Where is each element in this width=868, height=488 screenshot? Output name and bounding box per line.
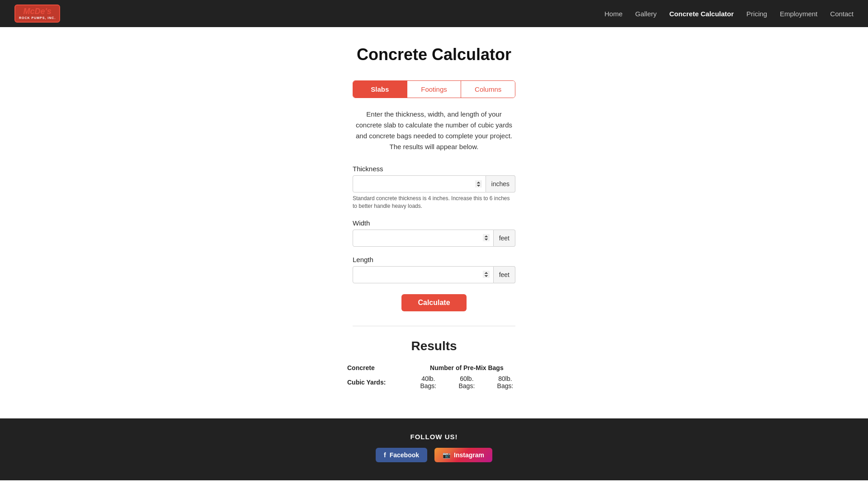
logo: McDe's ROCK PUMPS, INC. xyxy=(14,5,60,22)
social-links: f Facebook 📷 Instagram xyxy=(9,448,859,462)
navbar: McDe's ROCK PUMPS, INC. Home Gallery Con… xyxy=(0,0,868,27)
bag-80lb-col: 80lb. Bags: xyxy=(486,373,524,391)
description-text: Enter the thickness, width, and length o… xyxy=(353,109,515,152)
logo-name: McDe's xyxy=(24,7,52,16)
tab-columns[interactable]: Columns xyxy=(461,81,515,98)
nav-concrete-calculator[interactable]: Concrete Calculator xyxy=(670,10,734,18)
logo-box: McDe's ROCK PUMPS, INC. xyxy=(14,5,60,22)
length-input[interactable] xyxy=(353,266,494,283)
col-header-concrete: Concrete xyxy=(344,362,409,373)
thickness-label: Thickness xyxy=(353,165,515,173)
nav-employment[interactable]: Employment xyxy=(780,10,817,18)
thickness-field-group: Thickness inches Standard concrete thick… xyxy=(353,165,515,210)
instagram-link[interactable]: 📷 Instagram xyxy=(434,448,492,462)
page-title: Concrete Calculator xyxy=(240,45,628,64)
thickness-hint: Standard concrete thickness is 4 inches.… xyxy=(353,195,515,210)
calculator-tabs: Slabs Footings Columns xyxy=(353,80,515,98)
results-divider xyxy=(353,326,515,326)
length-unit: feet xyxy=(494,266,515,283)
bag-60lb-col: 60lb. Bags: xyxy=(448,373,486,391)
main-content: Concrete Calculator Slabs Footings Colum… xyxy=(231,27,637,418)
facebook-label: Facebook xyxy=(390,451,419,459)
length-input-row: feet xyxy=(353,266,515,283)
cubic-yards-label: Cubic Yards: xyxy=(344,373,409,391)
calculator-form: Thickness inches Standard concrete thick… xyxy=(353,165,515,283)
calculate-button[interactable]: Calculate xyxy=(401,294,466,311)
nav-contact[interactable]: Contact xyxy=(830,10,854,18)
thickness-input[interactable] xyxy=(353,175,486,192)
bag-40lb-bags: Bags: xyxy=(413,382,444,389)
bag-60lb-bags: Bags: xyxy=(451,382,482,389)
calculate-button-wrap: Calculate xyxy=(240,294,628,311)
width-field-group: Width feet xyxy=(353,219,515,247)
nav-pricing[interactable]: Pricing xyxy=(746,10,767,18)
bag-60lb-label: 60lb. xyxy=(451,375,482,382)
logo-subtitle: ROCK PUMPS, INC. xyxy=(19,16,56,20)
results-row: Cubic Yards: 40lb. Bags: 60lb. Bags: 80l… xyxy=(344,373,524,391)
width-input[interactable] xyxy=(353,230,494,247)
length-field-group: Length feet xyxy=(353,256,515,283)
width-input-row: feet xyxy=(353,230,515,247)
results-section: Results Concrete Number of Pre-Mix Bags … xyxy=(344,339,524,391)
width-label: Width xyxy=(353,219,515,227)
facebook-link[interactable]: f Facebook xyxy=(376,448,427,462)
length-label: Length xyxy=(353,256,515,263)
tab-footings[interactable]: Footings xyxy=(407,81,462,98)
nav-gallery[interactable]: Gallery xyxy=(635,10,657,18)
bag-80lb-label: 80lb. xyxy=(490,375,521,382)
thickness-input-row: inches xyxy=(353,175,515,192)
tab-slabs[interactable]: Slabs xyxy=(353,81,407,98)
thickness-unit: inches xyxy=(486,175,515,192)
instagram-label: Instagram xyxy=(454,451,484,459)
nav-home[interactable]: Home xyxy=(604,10,623,18)
results-table: Concrete Number of Pre-Mix Bags Cubic Ya… xyxy=(344,362,524,391)
instagram-icon: 📷 xyxy=(443,451,450,459)
facebook-icon: f xyxy=(384,451,386,459)
bag-40lb-col: 40lb. Bags: xyxy=(409,373,448,391)
results-title: Results xyxy=(344,339,524,353)
bag-40lb-label: 40lb. xyxy=(413,375,444,382)
nav-links: Home Gallery Concrete Calculator Pricing… xyxy=(604,10,854,18)
width-unit: feet xyxy=(494,230,515,247)
bag-80lb-bags: Bags: xyxy=(490,382,521,389)
follow-label: FOLLOW US! xyxy=(9,433,859,441)
col-header-premix: Number of Pre-Mix Bags xyxy=(409,362,524,373)
footer: FOLLOW US! f Facebook 📷 Instagram xyxy=(0,418,868,480)
